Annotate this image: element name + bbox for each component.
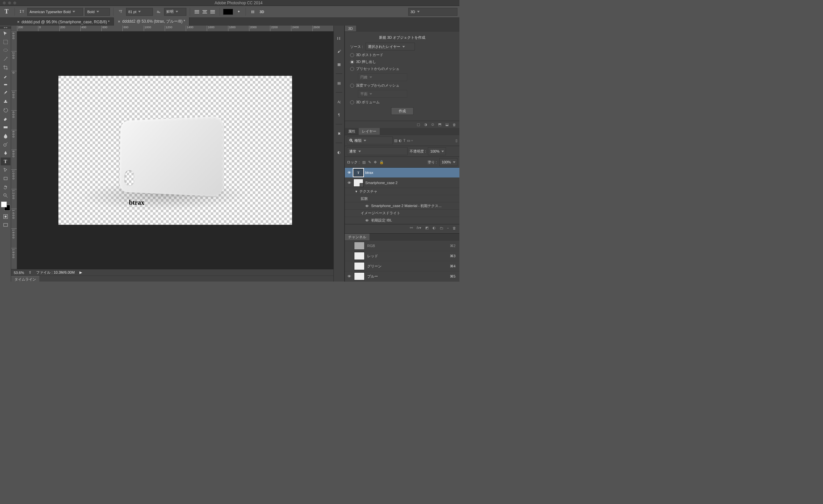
- visibility-icon[interactable]: 👁: [347, 181, 351, 185]
- quickmask-icon[interactable]: [1, 213, 10, 220]
- filter-toggle-icon[interactable]: ▯: [456, 139, 458, 143]
- 3d-icon[interactable]: 3D: [258, 8, 266, 15]
- filter-smart-icon[interactable]: ▫: [412, 139, 413, 142]
- light-icon[interactable]: ◑: [424, 122, 427, 127]
- align-center-button[interactable]: [201, 8, 208, 15]
- tab-layers[interactable]: レイヤー: [359, 128, 380, 135]
- timeline-tab[interactable]: タイムライン: [11, 276, 39, 282]
- history-brush-tool[interactable]: [1, 106, 10, 114]
- adjustment-icon[interactable]: ◐: [433, 226, 436, 230]
- font-weight-dropdown[interactable]: Bold: [85, 8, 110, 16]
- visibility-icon[interactable]: 👁: [347, 274, 351, 278]
- hand-tool[interactable]: [1, 183, 10, 191]
- font-size-dropdown[interactable]: 81 pt: [126, 8, 153, 16]
- fx-icon[interactable]: fx▾: [417, 226, 422, 230]
- path-select-tool[interactable]: [1, 166, 10, 174]
- libraries-icon[interactable]: ▤: [335, 79, 343, 87]
- warp-text-icon[interactable]: ✦: [235, 8, 242, 15]
- link-icon[interactable]: ⚯: [410, 226, 413, 230]
- layer-thumb-text[interactable]: T: [353, 169, 363, 177]
- trash-icon[interactable]: 🗑: [453, 226, 456, 230]
- viewport[interactable]: btrax: [17, 31, 333, 269]
- visibility-icon[interactable]: 👁: [347, 171, 351, 175]
- tools-preset-icon[interactable]: ✖: [335, 130, 343, 138]
- pen-tool[interactable]: [1, 149, 10, 157]
- swatches-icon[interactable]: ▦: [335, 60, 343, 68]
- visibility-icon[interactable]: 👁: [365, 204, 369, 208]
- mask-icon[interactable]: ◩: [425, 226, 429, 230]
- filter-pixel-icon[interactable]: ▨: [394, 139, 397, 143]
- foreground-color[interactable]: [1, 201, 7, 207]
- fill-field[interactable]: 100%: [440, 158, 458, 166]
- camera-icon[interactable]: ⊙: [431, 122, 434, 127]
- radio-depth[interactable]: 深度マップからのメッシュ: [350, 83, 454, 88]
- tab-attributes[interactable]: 属性: [345, 128, 359, 135]
- text-orientation-icon[interactable]: ↧T: [18, 8, 25, 15]
- collapse-icon[interactable]: [0, 26, 11, 29]
- zoom-window[interactable]: [13, 1, 16, 5]
- align-right-button[interactable]: [209, 8, 216, 15]
- zoom-level[interactable]: 53.6%: [14, 271, 24, 275]
- layer-item[interactable]: 👁 T btrax: [345, 168, 459, 178]
- radio-extrusion[interactable]: 3D 押し出し: [350, 59, 454, 64]
- cc-icon[interactable]: ◐: [335, 148, 343, 156]
- active-tool-icon[interactable]: T: [2, 7, 11, 16]
- opacity-field[interactable]: 100%: [428, 147, 446, 155]
- layer-sub-item[interactable]: イメージベースドライト: [345, 210, 459, 217]
- layer-sub-item[interactable]: 👁 初期設定 IBL: [345, 217, 459, 224]
- trash-icon[interactable]: 🗑: [453, 123, 456, 127]
- new-icon[interactable]: ⬓: [445, 122, 449, 127]
- color-swatches[interactable]: [1, 201, 10, 211]
- crop-tool[interactable]: [1, 64, 10, 71]
- filter-adjust-icon[interactable]: ◐: [399, 139, 402, 143]
- rectangle-tool[interactable]: [1, 175, 10, 182]
- render-icon[interactable]: ▢: [417, 122, 420, 127]
- brush-presets-icon[interactable]: 🖌: [335, 47, 343, 55]
- stamp-tool[interactable]: [1, 98, 10, 106]
- source-dropdown[interactable]: 選択されたレイヤー: [365, 43, 415, 50]
- document-tab[interactable]: × ddddd.psd @ 96.9% (Smartphone_case, RG…: [13, 18, 114, 26]
- lock-all-icon[interactable]: 🔒: [379, 160, 384, 164]
- folder-icon[interactable]: 🗀: [440, 226, 443, 230]
- eyedropper-tool[interactable]: [1, 72, 10, 80]
- chevron-down-icon[interactable]: ▾: [355, 189, 357, 194]
- layer-filter-dropdown[interactable]: 種類: [347, 137, 393, 144]
- align-left-button[interactable]: [193, 8, 200, 15]
- lock-position-icon[interactable]: ✥: [374, 160, 377, 164]
- close-tab-icon[interactable]: ×: [17, 19, 20, 24]
- channel-item[interactable]: 👁 ブルー ⌘5: [345, 271, 459, 282]
- screen-mode-icon[interactable]: [1, 221, 10, 229]
- layer-sub-item[interactable]: 拡散: [345, 195, 459, 202]
- layer-thumb-3d[interactable]: [353, 179, 363, 187]
- ground-icon[interactable]: ⬒: [438, 122, 441, 127]
- channel-item[interactable]: RGB ⌘2: [345, 241, 459, 251]
- brush-tool[interactable]: [1, 89, 10, 97]
- play-icon[interactable]: ▶: [79, 271, 82, 275]
- tab-channels[interactable]: チャンネル: [345, 233, 369, 241]
- radio-postcard[interactable]: 3D ポストカード: [350, 52, 454, 57]
- share-icon[interactable]: ⇪: [28, 271, 31, 275]
- ruler-horizontal[interactable]: 2000200400600800100012001400160018002000…: [11, 26, 333, 31]
- type-tool[interactable]: T: [1, 158, 10, 165]
- radio-volume[interactable]: 3D ボリューム: [350, 100, 454, 105]
- character-panel-icon[interactable]: ▤: [249, 8, 256, 15]
- font-family-dropdown[interactable]: American Typewriter Bold: [27, 8, 83, 16]
- visibility-icon[interactable]: 👁: [365, 218, 369, 222]
- healing-tool[interactable]: [1, 81, 10, 89]
- layer-sub-item[interactable]: 👁 Smartphone_case 2 Material - 初期テクス...: [345, 202, 459, 210]
- workspace-dropdown[interactable]: 3D: [408, 8, 458, 16]
- canvas[interactable]: btrax: [58, 76, 292, 225]
- close-window[interactable]: [3, 1, 6, 5]
- lasso-tool[interactable]: [1, 47, 10, 54]
- text-color-swatch[interactable]: [223, 9, 233, 15]
- new-layer-icon[interactable]: ▫: [447, 226, 449, 230]
- move-tool[interactable]: [1, 29, 10, 37]
- lock-transparency-icon[interactable]: ▨: [362, 160, 365, 164]
- close-tab-icon[interactable]: ×: [118, 19, 121, 24]
- marquee-tool[interactable]: [1, 38, 10, 46]
- channel-item[interactable]: レッド ⌘3: [345, 251, 459, 261]
- layer-sub-item[interactable]: ▾ テクスチャ: [345, 188, 459, 195]
- antialias-dropdown[interactable]: 鮮明: [164, 8, 186, 16]
- filter-type-icon[interactable]: T: [403, 139, 405, 142]
- channel-item[interactable]: グリーン ⌘4: [345, 261, 459, 271]
